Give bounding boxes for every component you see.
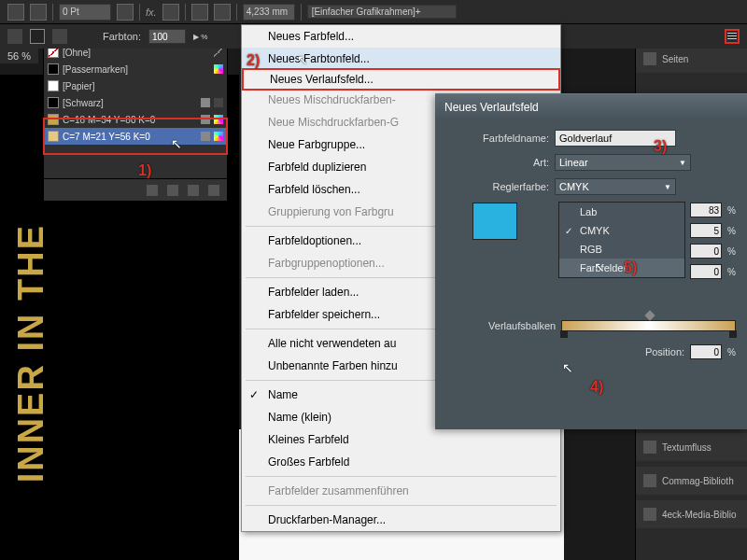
dropdown-item[interactable]: CMYK <box>559 221 684 240</box>
swatches-footer <box>44 178 227 201</box>
effects-icon[interactable] <box>162 4 179 21</box>
book-icon <box>643 474 656 487</box>
yellow-value[interactable] <box>690 244 722 259</box>
menu-item[interactable]: Neues Verlaufsfeld... <box>242 68 560 91</box>
trash-icon[interactable] <box>208 185 219 196</box>
dialog-title: Neues Verlaufsfeld <box>435 94 747 120</box>
menu-item[interactable]: Druckfarben-Manager... <box>242 509 560 531</box>
stroke-icon[interactable] <box>30 29 45 44</box>
library-panel-tab[interactable]: 4eck-Media-Biblio <box>636 500 747 528</box>
app-toolbar: fx. [Einfacher Grafikrahmen]+ <box>0 0 747 24</box>
position-label: Position: <box>645 346 684 357</box>
swatch-row[interactable]: [Schwarz] <box>44 94 227 111</box>
object-style-select[interactable]: [Einfacher Grafikrahmen]+ <box>307 5 457 19</box>
dropdown-item[interactable]: RGB <box>559 240 684 259</box>
stop-color-mode-dropdown: LabCMYKRGBFarbfelder <box>558 202 685 278</box>
textwrap-panel-tab[interactable]: Textumfluss <box>636 433 747 461</box>
magenta-value[interactable] <box>690 223 722 238</box>
type-label: Art: <box>446 157 549 168</box>
ramp-label: Verlaufsbalken <box>446 320 556 331</box>
tool-icon[interactable] <box>214 4 231 21</box>
black-value[interactable] <box>690 264 722 279</box>
poster-text: INNER IN THE <box>11 224 51 483</box>
stopcolor-label: Reglerfarbe: <box>446 181 549 192</box>
pages-icon <box>643 52 656 65</box>
menu-item[interactable]: Großes Farbfeld <box>242 451 560 473</box>
cyan-value[interactable] <box>690 203 722 217</box>
zoom-display: 56 % <box>0 49 38 63</box>
swatch-row[interactable]: [Passermarken] <box>44 61 227 77</box>
text-fill-icon[interactable] <box>52 29 67 44</box>
pages-panel-tab[interactable]: Seiten <box>636 45 747 73</box>
show-list-icon[interactable] <box>147 185 158 196</box>
swatch-row[interactable]: [Papier] <box>44 77 227 94</box>
tool-icon[interactable] <box>7 4 24 21</box>
gradient-stop[interactable] <box>560 330 568 338</box>
gradient-type-select[interactable]: Linear▼ <box>555 154 691 171</box>
stroke-weight-input[interactable] <box>59 4 111 21</box>
swatch-row[interactable]: C=18 M=34 Y=80 K=0 <box>44 111 227 128</box>
tool-icon[interactable] <box>117 4 134 21</box>
swatches-flyout-button[interactable] <box>725 29 740 44</box>
tool-icon[interactable] <box>191 4 208 21</box>
swatch-name-input[interactable] <box>555 130 676 147</box>
color-preview <box>472 203 517 240</box>
size-input[interactable] <box>243 4 295 21</box>
menu-item[interactable]: Neues Farbfeld... <box>242 25 560 48</box>
gradient-stop[interactable] <box>729 330 737 338</box>
menu-item[interactable]: Neues Farbtonfeld... <box>242 48 560 70</box>
dropdown-item[interactable]: Lab <box>559 203 684 221</box>
textwrap-icon <box>643 441 656 454</box>
new-swatch-icon[interactable] <box>188 185 199 196</box>
stop-color-select[interactable]: CMYK▼ <box>555 178 676 195</box>
new-group-icon[interactable] <box>167 185 178 196</box>
menu-item: Farbfelder zusammenführen <box>242 480 560 502</box>
swatches-panel: [Ohne] [Passermarken] [Papier] [Schwarz]… <box>43 43 228 202</box>
fill-icon[interactable] <box>7 29 22 44</box>
library-panel-tab[interactable]: Commag-Biblioth <box>636 467 747 495</box>
tint-input[interactable] <box>148 29 186 44</box>
menu-item[interactable]: Kleines Farbfeld <box>242 428 560 451</box>
book-icon <box>643 508 656 521</box>
position-input[interactable] <box>690 344 722 359</box>
tool-icon[interactable] <box>30 4 47 21</box>
gradient-ramp[interactable] <box>561 320 736 331</box>
dropdown-item[interactable]: Farbfelder <box>559 259 684 277</box>
name-label: Farbfeldname: <box>446 133 549 144</box>
tint-label: Farbton: <box>103 31 141 42</box>
swatch-row[interactable]: C=7 M=21 Y=56 K=0 <box>44 128 227 145</box>
